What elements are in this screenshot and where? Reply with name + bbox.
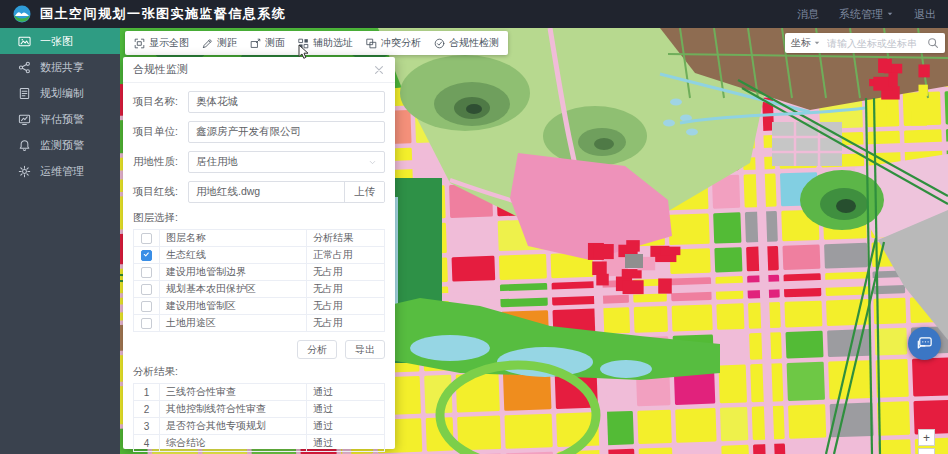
- header-nav-label: 消息: [797, 7, 819, 22]
- chat-icon: [915, 334, 934, 353]
- layer-table-header-row: 图层名称分析结果: [134, 230, 385, 247]
- area-icon: [250, 38, 261, 49]
- layer-checkbox[interactable]: [141, 267, 152, 278]
- sidebar-item-plan-compile[interactable]: 规划编制: [0, 80, 120, 106]
- layer-table-header: 分析结果: [307, 230, 385, 247]
- result-name: 综合结论: [160, 435, 307, 452]
- search-category-label: 坐标: [791, 36, 811, 50]
- project-unit-input[interactable]: [196, 126, 377, 138]
- chat-fab-button[interactable]: [908, 327, 941, 360]
- layer-name: 建设用地管制区: [160, 298, 307, 315]
- header-nav-logout[interactable]: 退出: [914, 7, 936, 22]
- analyze-button[interactable]: 分析: [297, 340, 337, 359]
- search-icon[interactable]: [927, 37, 939, 49]
- caret-down-icon: [886, 10, 894, 18]
- sidebar-item-ops-manage[interactable]: 运维管理: [0, 158, 120, 184]
- share-icon: [18, 61, 31, 74]
- field-project-name: 项目名称:: [133, 91, 385, 113]
- layer-checkbox-cell: [134, 315, 160, 332]
- result-name: 其他控制线符合性审查: [160, 401, 307, 418]
- dialog-header: 合规性监测: [123, 57, 395, 83]
- header-nav-system-admin[interactable]: 系统管理: [839, 7, 894, 22]
- header-nav-label: 退出: [914, 7, 936, 22]
- sidebar-item-label: 监测预警: [40, 138, 84, 153]
- result-row: 4综合结论通过: [134, 435, 385, 452]
- layer-row[interactable]: 建设用地管制边界无占用: [134, 264, 385, 281]
- caret-down-icon: [813, 39, 821, 47]
- field-label: 项目名称:: [133, 95, 188, 109]
- sidebar-item-label: 评估预警: [40, 112, 84, 127]
- result-no: 1: [134, 384, 160, 401]
- layer-section-label: 图层选择:: [133, 211, 385, 225]
- layer-checkbox[interactable]: [141, 233, 152, 244]
- layer-result: 无占用: [307, 298, 385, 315]
- layer-name: 规划基本农田保护区: [160, 281, 307, 298]
- toolbar-button-compliance-check[interactable]: 合规性检测: [434, 36, 499, 50]
- red-line-file-wrap: [189, 182, 344, 202]
- toolbar-button-conflict-analysis[interactable]: 冲突分析: [366, 36, 421, 50]
- result-value: 通过: [307, 401, 385, 418]
- result-value: 通过: [307, 418, 385, 435]
- export-button[interactable]: 导出: [345, 340, 385, 359]
- layer-checkbox[interactable]: [141, 301, 152, 312]
- sidebar-item-label: 一张图: [40, 34, 73, 49]
- field-label: 项目单位:: [133, 125, 188, 139]
- field-land-use: 用地性质:居住用地: [133, 151, 385, 173]
- layer-result: 无占用: [307, 281, 385, 298]
- chevron-down-icon: [368, 158, 377, 167]
- analysis-result-table: 1三线符合性审查通过2其他控制线符合性审查通过3是否符合其他专项规划通过4综合结…: [133, 383, 385, 452]
- map-zoom-controls: + −: [918, 429, 935, 454]
- map-icon: [18, 35, 31, 48]
- header-nav-messages[interactable]: 消息: [797, 7, 819, 22]
- layer-checkbox[interactable]: [141, 318, 152, 329]
- zoom-in-button[interactable]: +: [918, 429, 935, 446]
- project-name-input[interactable]: [196, 96, 377, 108]
- layer-row[interactable]: 土地用途区无占用: [134, 315, 385, 332]
- upload-button[interactable]: 上传: [344, 182, 384, 202]
- layer-table-header: 图层名称: [160, 230, 307, 247]
- layer-row[interactable]: 建设用地管制区无占用: [134, 298, 385, 315]
- field-red-line: 项目红线:上传: [133, 181, 385, 203]
- toolbar-button-show-full-map[interactable]: 显示全图: [134, 36, 189, 50]
- map-area: 显示全图测距测面辅助选址冲突分析合规性检测 坐标 合规性监测 项目名称:项目单位…: [120, 28, 948, 454]
- layer-checkbox-checked[interactable]: [141, 250, 152, 261]
- layer-checkbox[interactable]: [141, 284, 152, 295]
- land-use-select[interactable]: 居住用地: [188, 151, 385, 173]
- sidebar-item-monitor-warn[interactable]: 监测预警: [0, 132, 120, 158]
- toolbar-button-site-selection[interactable]: 辅助选址: [298, 36, 353, 50]
- layer-name: 生态红线: [160, 247, 307, 264]
- search-input[interactable]: [827, 38, 927, 49]
- result-value: 通过: [307, 384, 385, 401]
- dialog-body: 项目名称:项目单位:用地性质:居住用地项目红线:上传 图层选择: 图层名称分析结…: [123, 83, 395, 452]
- header-nav: 消息系统管理退出: [797, 7, 936, 22]
- sidebar-item-data-share[interactable]: 数据共享: [0, 54, 120, 80]
- zoom-out-button[interactable]: −: [918, 448, 935, 454]
- layer-row[interactable]: 规划基本农田保护区无占用: [134, 281, 385, 298]
- toolbar-button-label: 冲突分析: [381, 36, 421, 50]
- layer-result: 无占用: [307, 315, 385, 332]
- result-name: 三线符合性审查: [160, 384, 307, 401]
- toolbar-button-measure-area[interactable]: 测面: [250, 36, 285, 50]
- layer-checkbox-cell: [134, 298, 160, 315]
- sidebar-item-evaluate-warn[interactable]: 评估预警: [0, 106, 120, 132]
- check-icon: [143, 251, 152, 260]
- header-nav-label: 系统管理: [839, 7, 883, 22]
- search-category-select[interactable]: 坐标: [791, 36, 821, 50]
- layer-table: 图层名称分析结果生态红线正常占用建设用地管制边界无占用规划基本农田保护区无占用建…: [133, 229, 385, 332]
- result-row: 3是否符合其他专项规划通过: [134, 418, 385, 435]
- layer-result: 无占用: [307, 264, 385, 281]
- toolbar-button-measure-distance[interactable]: 测距: [202, 36, 237, 50]
- result-no: 3: [134, 418, 160, 435]
- field-label: 项目红线:: [133, 185, 188, 199]
- layer-row[interactable]: 生态红线正常占用: [134, 247, 385, 264]
- map-toolbar: 显示全图测距测面辅助选址冲突分析合规性检测: [125, 31, 508, 55]
- result-row: 1三线符合性审查通过: [134, 384, 385, 401]
- layer-result: 正常占用: [307, 247, 385, 264]
- sidebar-item-label: 运维管理: [40, 164, 84, 179]
- sidebar-item-one-map[interactable]: 一张图: [0, 28, 120, 54]
- edit-doc-icon: [18, 87, 31, 100]
- ruler-icon: [202, 38, 213, 49]
- red-line-file-input[interactable]: [196, 186, 337, 198]
- close-icon[interactable]: [373, 64, 385, 76]
- fullscreen-icon: [134, 38, 145, 49]
